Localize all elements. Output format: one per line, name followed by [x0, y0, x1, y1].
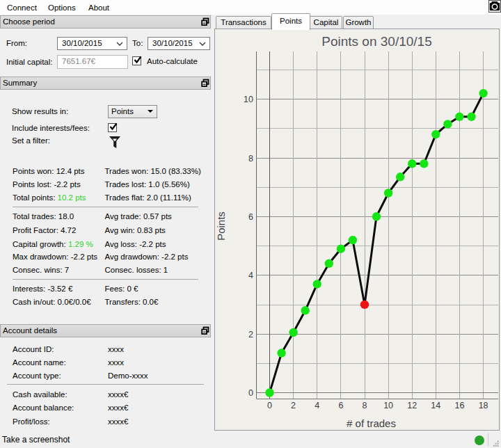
svg-text:6: 6: [338, 401, 343, 410]
svg-text:14: 14: [431, 401, 440, 410]
svg-text:10: 10: [383, 401, 393, 410]
svg-text:# of trades: # of trades: [347, 417, 396, 429]
svg-text:0: 0: [267, 401, 272, 410]
svg-text:Points on 30/10/15: Points on 30/10/15: [321, 34, 431, 49]
svg-text:10: 10: [244, 95, 253, 104]
svg-text:12: 12: [407, 401, 417, 410]
svg-text:2: 2: [291, 401, 296, 410]
svg-text:8: 8: [363, 401, 367, 410]
svg-text:Points: Points: [215, 211, 227, 241]
svg-text:0: 0: [248, 388, 253, 398]
svg-text:16: 16: [454, 401, 464, 410]
svg-text:2: 2: [248, 330, 253, 339]
svg-text:8: 8: [248, 154, 253, 163]
svg-text:18: 18: [479, 401, 488, 410]
svg-text:4: 4: [248, 271, 253, 280]
svg-text:4: 4: [315, 401, 319, 410]
svg-text:6: 6: [248, 212, 253, 222]
